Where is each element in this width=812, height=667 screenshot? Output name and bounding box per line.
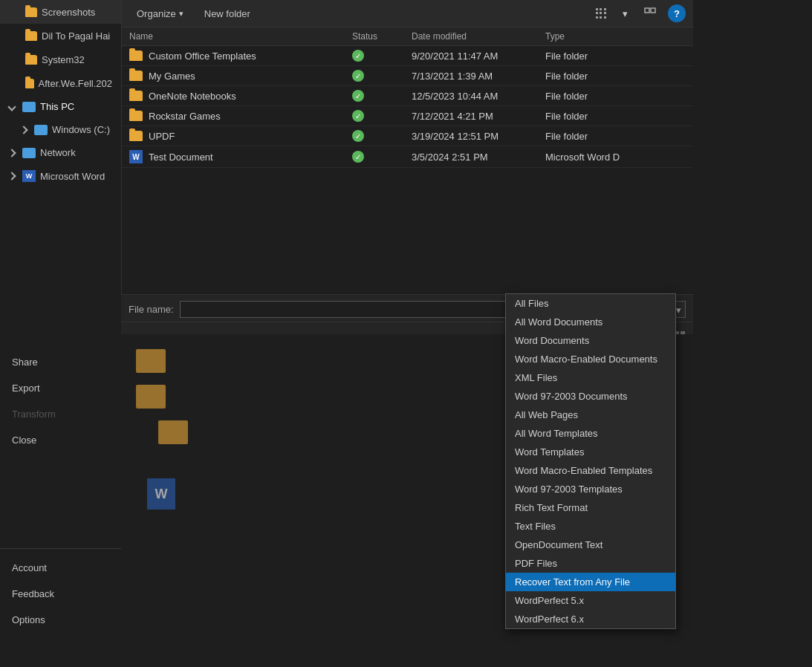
menu-item-close[interactable]: Close xyxy=(0,427,121,453)
menu-item-feedback[interactable]: Feedback xyxy=(0,581,121,607)
help-button[interactable]: ? xyxy=(668,4,686,22)
folder-icon xyxy=(25,31,37,41)
organize-label: Organize xyxy=(137,8,176,19)
status-cell: ✓ xyxy=(352,70,412,82)
dropdown-item-wordmacrodocs[interactable]: Word Macro-Enabled Documents xyxy=(506,350,675,368)
file-name-text: Rockstar Games xyxy=(149,111,221,122)
date-cell: 3/5/2024 2:51 PM xyxy=(412,152,545,163)
file-list: Custom Office Templates ✓ 9/20/2021 11:4… xyxy=(122,46,693,317)
dropdown-item-webpages[interactable]: All Web Pages xyxy=(506,406,675,424)
sidebar-item-system32[interactable]: System32 xyxy=(0,48,121,71)
file-name-cell: Rockstar Games xyxy=(129,111,352,122)
pc-icon xyxy=(22,102,36,112)
status-badge: ✓ xyxy=(352,50,364,62)
status-badge: ✓ xyxy=(352,151,364,163)
dropdown-item-opendoctext[interactable]: OpenDocument Text xyxy=(506,536,675,554)
table-row[interactable]: My Games ✓ 7/13/2021 1:39 AM File folder xyxy=(122,66,693,86)
sidebar-label-network: Network xyxy=(40,147,76,158)
view-large-icons-button[interactable] xyxy=(638,4,662,22)
new-folder-button[interactable]: New folder xyxy=(197,5,258,22)
header-status[interactable]: Status xyxy=(352,31,412,42)
date-cell: 9/20/2021 11:47 AM xyxy=(412,51,545,62)
folder-icon xyxy=(129,71,143,81)
organize-arrow-icon: ▾ xyxy=(179,9,183,19)
date-cell: 3/19/2024 12:51 PM xyxy=(412,131,545,142)
dropdown-item-allwordtemplates[interactable]: All Word Templates xyxy=(506,424,675,443)
type-cell: File folder xyxy=(545,71,686,82)
indent-spacer xyxy=(9,6,21,18)
dropdown-item-word97docs[interactable]: Word 97-2003 Documents xyxy=(506,387,675,406)
list-view-icon xyxy=(596,8,606,19)
file-name-cell: Custom Office Templates xyxy=(129,51,352,62)
menu-item-account[interactable]: Account xyxy=(0,555,121,581)
svg-rect-0 xyxy=(645,8,649,13)
status-cell: ✓ xyxy=(352,50,412,62)
status-badge: ✓ xyxy=(352,110,364,122)
sidebar-item-screenshots[interactable]: Screenshots xyxy=(0,0,121,24)
menu-item-options[interactable]: Options xyxy=(0,607,121,633)
svg-rect-1 xyxy=(651,8,655,13)
sidebar-label-msword: Microsoft Word xyxy=(40,171,105,182)
header-type[interactable]: Type xyxy=(545,31,686,42)
chevron-right-icon xyxy=(7,149,16,157)
dropdown-item-worddocs[interactable]: Word Documents xyxy=(506,331,675,350)
dropdown-item-recovertext[interactable]: Recover Text from Any File xyxy=(506,573,675,591)
indent-spacer xyxy=(9,53,21,65)
status-cell: ✓ xyxy=(352,90,412,102)
sidebar-item-network[interactable]: Network xyxy=(0,141,121,164)
filename-input[interactable] xyxy=(180,301,516,318)
drive-icon xyxy=(34,125,48,135)
status-cell: ✓ xyxy=(352,151,412,163)
chevron-right-icon xyxy=(19,126,27,134)
word-app-icon: W xyxy=(22,170,36,182)
type-cell: Microsoft Word D xyxy=(545,152,686,163)
file-toolbar: Organize ▾ New folder ▾ ? xyxy=(122,0,693,27)
table-row[interactable]: Rockstar Games ✓ 7/12/2021 4:21 PM File … xyxy=(122,106,693,126)
large-icons-view-icon xyxy=(644,7,656,19)
menu-item-transform: Transform xyxy=(0,401,121,427)
word-doc-large-icon: W xyxy=(147,478,175,510)
indent-spacer xyxy=(9,77,21,89)
sidebar-item-windows[interactable]: Windows (C:) xyxy=(0,118,121,141)
header-name[interactable]: Name xyxy=(129,31,352,42)
sidebar-item-after[interactable]: After.We.Fell.202 xyxy=(0,71,121,95)
dropdown-item-wordtemplates[interactable]: Word Templates xyxy=(506,443,675,461)
dropdown-item-wordperfect6[interactable]: WordPerfect 6.x xyxy=(506,610,675,628)
file-name-cell: UPDF xyxy=(129,131,352,142)
indent-spacer xyxy=(9,30,21,42)
table-row[interactable]: UPDF ✓ 3/19/2024 12:51 PM File folder xyxy=(122,126,693,146)
table-row[interactable]: Custom Office Templates ✓ 9/20/2021 11:4… xyxy=(122,46,693,66)
sidebar-item-thispc[interactable]: This PC xyxy=(0,95,121,118)
dropdown-item-wordmacrotemplates[interactable]: Word Macro-Enabled Templates xyxy=(506,461,675,480)
organize-button[interactable]: Organize ▾ xyxy=(129,5,191,22)
dropdown-item-textfiles[interactable]: Text Files xyxy=(506,517,675,536)
sidebar-item-msword[interactable]: W Microsoft Word xyxy=(0,164,121,188)
menu-item-export[interactable]: Export xyxy=(0,375,121,401)
table-row[interactable]: W Test Document ✓ 3/5/2024 2:51 PM Micro… xyxy=(122,146,693,168)
dropdown-item-wordperfect5[interactable]: WordPerfect 5.x xyxy=(506,591,675,610)
sidebar-item-dil[interactable]: Dil To Pagal Hai xyxy=(0,24,121,48)
date-cell: 7/13/2021 1:39 AM xyxy=(412,71,545,82)
type-cell: File folder xyxy=(545,111,686,122)
right-panel xyxy=(693,0,812,667)
type-cell: File folder xyxy=(545,131,686,142)
dropdown-item-allworddocs[interactable]: All Word Documents xyxy=(506,313,675,331)
dropdown-item-xml[interactable]: XML Files xyxy=(506,368,675,387)
folder-icon xyxy=(25,79,34,88)
menu-item-share[interactable]: Share xyxy=(0,349,121,375)
sidebar-label-system32: System32 xyxy=(42,54,85,65)
dropdown-item-allfiles[interactable]: All Files xyxy=(506,294,675,313)
word-backstage-menu: Share Export Transform Close Account Fee… xyxy=(0,334,121,667)
header-date[interactable]: Date modified xyxy=(412,31,545,42)
sidebar-label-after: After.We.Fell.202 xyxy=(39,78,112,89)
dropdown-item-pdf[interactable]: PDF Files xyxy=(506,554,675,573)
folder-icon xyxy=(129,91,143,101)
file-name-text: Custom Office Templates xyxy=(149,51,256,62)
folder-icon xyxy=(25,7,37,17)
table-row[interactable]: OneNote Notebooks ✓ 12/5/2023 10:44 AM F… xyxy=(122,86,693,106)
dropdown-item-word97templates[interactable]: Word 97-2003 Templates xyxy=(506,480,675,498)
view-list-button[interactable] xyxy=(590,5,612,22)
view-dropdown-button[interactable]: ▾ xyxy=(618,5,632,22)
file-name-text: UPDF xyxy=(149,131,175,142)
dropdown-item-rtf[interactable]: Rich Text Format xyxy=(506,498,675,517)
